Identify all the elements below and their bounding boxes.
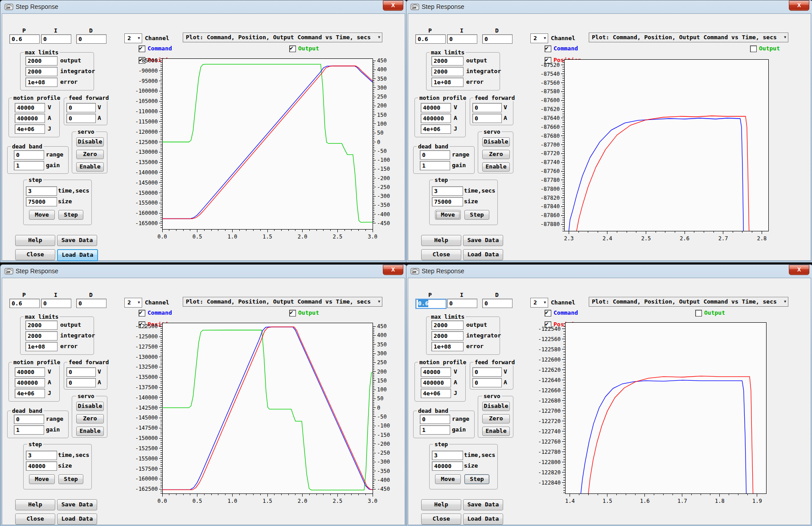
d-field[interactable]: 0 <box>76 299 107 308</box>
command-checkbox[interactable] <box>139 310 145 316</box>
plot-mode-select[interactable]: Plot: Command, Position, Output Command … <box>183 297 382 307</box>
step-size-field[interactable]: 40000 <box>432 461 463 471</box>
jerk-field[interactable]: 4e+06 <box>15 389 45 398</box>
disable-button[interactable]: Disable <box>76 137 104 147</box>
position-checkbox[interactable] <box>139 321 145 328</box>
save-data-button[interactable]: Save Data <box>57 499 97 510</box>
move-button[interactable]: Move <box>435 474 461 484</box>
max-error-field[interactable]: 1e+08 <box>25 342 57 351</box>
velocity-field[interactable]: 40000 <box>15 103 45 112</box>
ff-velocity-field[interactable]: 0 <box>66 367 96 377</box>
range-field[interactable]: 0 <box>14 415 44 424</box>
range-field[interactable]: 0 <box>14 150 44 160</box>
titlebar[interactable]: DM Step Response X <box>406 265 812 278</box>
max-output-field[interactable]: 2000 <box>25 56 57 66</box>
d-field[interactable]: 0 <box>482 299 513 308</box>
channel-select[interactable]: 2 ▼ <box>530 298 548 308</box>
help-button[interactable]: Help <box>421 499 461 510</box>
i-field[interactable]: 0 <box>447 34 477 44</box>
disable-button[interactable]: Disable <box>76 402 104 411</box>
ff-acceleration-field[interactable]: 0 <box>472 114 502 123</box>
load-data-button[interactable]: Load Data <box>463 249 503 260</box>
step-size-field[interactable]: 75000 <box>432 197 463 206</box>
acceleration-field[interactable]: 400000 <box>15 114 45 123</box>
save-data-button[interactable]: Save Data <box>463 235 503 246</box>
enable-button[interactable]: Enable <box>76 162 104 172</box>
plot-mode-select[interactable]: Plot: Command, Position, Output Command … <box>589 297 788 307</box>
output-checkbox[interactable] <box>750 45 757 52</box>
close-button[interactable]: Close <box>15 514 55 525</box>
output-checkbox[interactable] <box>289 310 296 316</box>
gain-field[interactable]: 1 <box>14 161 44 170</box>
gain-field[interactable]: 1 <box>420 425 450 435</box>
ff-velocity-field[interactable]: 0 <box>66 103 96 112</box>
step-size-field[interactable]: 75000 <box>26 197 57 206</box>
enable-button[interactable]: Enable <box>482 162 510 172</box>
gain-field[interactable]: 1 <box>420 161 450 170</box>
zero-button[interactable]: Zero <box>482 150 510 159</box>
step-size-field[interactable]: 40000 <box>26 461 57 471</box>
i-field[interactable]: 0 <box>447 299 477 308</box>
max-integrator-field[interactable]: 2000 <box>25 67 57 76</box>
d-field[interactable]: 0 <box>76 34 107 44</box>
ff-velocity-field[interactable]: 0 <box>472 103 502 112</box>
max-output-field[interactable]: 2000 <box>431 321 463 330</box>
position-checkbox[interactable] <box>545 321 551 328</box>
close-button[interactable]: Close <box>421 249 461 260</box>
channel-select[interactable]: 2 ▼ <box>124 33 142 43</box>
step-time-field[interactable]: 3 <box>432 451 463 460</box>
disable-button[interactable]: Disable <box>482 137 510 147</box>
max-integrator-field[interactable]: 2000 <box>431 331 463 341</box>
close-button[interactable]: Close <box>421 514 461 525</box>
channel-select[interactable]: 2 ▼ <box>124 298 142 308</box>
step-button[interactable]: Step <box>58 210 83 220</box>
range-field[interactable]: 0 <box>420 415 450 424</box>
step-time-field[interactable]: 3 <box>26 451 57 460</box>
p-field[interactable]: 0.6 <box>9 299 40 308</box>
max-error-field[interactable]: 1e+08 <box>25 78 57 87</box>
load-data-button[interactable]: Load Data <box>463 514 503 525</box>
position-checkbox[interactable] <box>545 57 551 64</box>
help-button[interactable]: Help <box>15 499 55 510</box>
step-button[interactable]: Step <box>464 210 489 220</box>
ff-acceleration-field[interactable]: 0 <box>472 378 502 387</box>
move-button[interactable]: Move <box>29 210 55 220</box>
disable-button[interactable]: Disable <box>482 402 510 411</box>
command-checkbox[interactable] <box>545 45 551 52</box>
output-checkbox[interactable] <box>289 45 296 52</box>
save-data-button[interactable]: Save Data <box>57 235 97 246</box>
velocity-field[interactable]: 40000 <box>421 367 451 377</box>
step-time-field[interactable]: 3 <box>26 186 57 196</box>
command-checkbox[interactable] <box>139 45 145 52</box>
zero-button[interactable]: Zero <box>76 414 104 423</box>
max-integrator-field[interactable]: 2000 <box>431 67 463 76</box>
jerk-field[interactable]: 4e+06 <box>421 389 451 398</box>
close-icon[interactable]: X <box>383 0 403 11</box>
help-button[interactable]: Help <box>421 235 461 246</box>
p-field[interactable]: 0.6 <box>415 34 446 44</box>
max-error-field[interactable]: 1e+08 <box>431 342 463 351</box>
close-button[interactable]: Close <box>15 249 55 260</box>
max-error-field[interactable]: 1e+08 <box>431 78 463 87</box>
range-field[interactable]: 0 <box>420 150 450 160</box>
close-icon[interactable]: X <box>789 265 809 275</box>
jerk-field[interactable]: 4e+06 <box>421 124 451 134</box>
step-button[interactable]: Step <box>58 474 83 484</box>
titlebar[interactable]: DM Step Response X <box>406 0 812 13</box>
zero-button[interactable]: Zero <box>76 150 104 159</box>
p-field[interactable]: 0.6 <box>9 34 40 44</box>
output-checkbox[interactable] <box>695 310 702 316</box>
ff-acceleration-field[interactable]: 0 <box>66 114 96 123</box>
command-checkbox[interactable] <box>545 310 551 316</box>
save-data-button[interactable]: Save Data <box>463 499 503 510</box>
acceleration-field[interactable]: 400000 <box>421 114 451 123</box>
plot-mode-select[interactable]: Plot: Command, Position, Output Command … <box>183 33 382 42</box>
load-data-button[interactable]: Load Data <box>57 249 98 261</box>
zero-button[interactable]: Zero <box>482 414 510 423</box>
i-field[interactable]: 0 <box>41 299 71 308</box>
d-field[interactable]: 0 <box>482 34 513 44</box>
i-field[interactable]: 0 <box>41 34 71 44</box>
enable-button[interactable]: Enable <box>482 427 510 436</box>
velocity-field[interactable]: 40000 <box>421 103 451 112</box>
titlebar[interactable]: DM Step Response X <box>0 265 406 278</box>
